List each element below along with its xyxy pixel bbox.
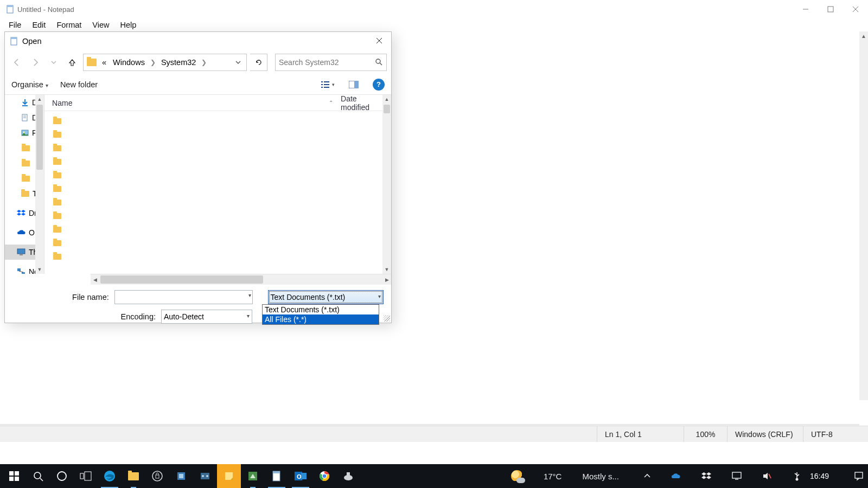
folder-icon xyxy=(53,118,61,124)
weather-widget[interactable]: 17°C Mostly s... xyxy=(507,464,623,488)
list-item[interactable] xyxy=(44,142,391,155)
tray-notifications-icon[interactable] xyxy=(838,468,864,484)
menu-file[interactable]: File xyxy=(3,20,27,30)
list-item[interactable] xyxy=(44,128,391,142)
scroll-right-icon[interactable]: ▶ xyxy=(382,275,391,284)
list-item[interactable] xyxy=(44,182,391,196)
file-list[interactable]: Name ⌃ Date modified ▲▼ xyxy=(44,95,391,274)
breadcrumb-windows[interactable]: Windows xyxy=(111,58,147,67)
cortana-button[interactable] xyxy=(50,464,74,488)
list-item[interactable] xyxy=(44,209,391,223)
pictures-icon xyxy=(21,129,29,137)
chevron-right-icon[interactable]: ❯ xyxy=(149,59,157,66)
tray-usb-icon[interactable] xyxy=(776,468,801,484)
taskbar-app-generic3[interactable] xyxy=(241,464,265,488)
svg-rect-26 xyxy=(17,249,25,254)
scrollbar-thumb[interactable] xyxy=(384,105,390,113)
new-folder-button[interactable]: New folder xyxy=(60,80,98,89)
taskbar-app-notepad[interactable] xyxy=(265,464,289,488)
address-bar[interactable]: « Windows ❯ System32 ❯ xyxy=(83,54,247,71)
taskbar-app-stickynotes[interactable] xyxy=(217,464,241,488)
list-item[interactable] xyxy=(44,250,391,264)
titlebar: Untitled - Notepad xyxy=(0,0,868,18)
taskbar-app-outlook[interactable]: O xyxy=(289,464,312,488)
svg-rect-7 xyxy=(11,37,17,39)
scroll-up-icon[interactable]: ▲ xyxy=(859,31,868,40)
refresh-button[interactable] xyxy=(250,54,267,71)
start-button[interactable] xyxy=(2,464,26,488)
taskbar-app-generic4[interactable] xyxy=(336,464,360,488)
tray-display-icon[interactable] xyxy=(716,468,742,484)
nav-forward-button[interactable] xyxy=(28,55,43,70)
search-input[interactable]: Search System32 xyxy=(275,54,387,71)
filetype-select[interactable]: Text Documents (*.txt)▾ xyxy=(268,290,384,304)
dialog-icon xyxy=(9,36,19,46)
nav-recent-dropdown[interactable] xyxy=(46,55,61,70)
list-item[interactable] xyxy=(44,236,391,250)
tree-scrollbar[interactable]: ▲▼ xyxy=(35,95,44,274)
folder-icon xyxy=(53,159,61,165)
list-item[interactable] xyxy=(44,196,391,209)
svg-rect-34 xyxy=(15,477,19,481)
scroll-up-icon[interactable]: ▲ xyxy=(382,95,391,104)
menu-help[interactable]: Help xyxy=(114,20,142,30)
svg-point-10 xyxy=(376,59,380,63)
column-name[interactable]: Name xyxy=(44,99,209,107)
maximize-button[interactable] xyxy=(818,0,843,18)
taskbar-app-generic2[interactable] xyxy=(193,464,217,488)
taskview-button[interactable] xyxy=(74,464,98,488)
preview-pane-button[interactable] xyxy=(347,78,361,91)
tray-dropbox-icon[interactable] xyxy=(685,468,711,484)
filename-input[interactable]: ▾ xyxy=(114,290,253,304)
minimize-button[interactable] xyxy=(793,0,818,18)
taskbar-app-secure[interactable] xyxy=(145,464,169,488)
scrollbar-thumb[interactable] xyxy=(36,105,43,170)
onedrive-icon xyxy=(17,228,25,237)
list-item[interactable] xyxy=(44,114,391,128)
list-vertical-scrollbar[interactable]: ▲▼ xyxy=(382,95,391,274)
weather-icon xyxy=(511,470,523,482)
navigation-tree[interactable]: Downloads📌 Documents📌 Pictures📌 TFT_eSPI… xyxy=(5,95,44,274)
nav-up-button[interactable] xyxy=(65,55,80,70)
list-header[interactable]: Name ⌃ Date modified xyxy=(44,95,391,111)
statusbar: Ln 1, Col 1 100% Windows (CRLF) UTF-8 xyxy=(0,426,868,442)
breadcrumb-system32[interactable]: System32 xyxy=(159,58,198,67)
list-item[interactable] xyxy=(44,223,391,236)
scroll-up-icon[interactable]: ▲ xyxy=(35,95,44,104)
dialog-close-button[interactable] xyxy=(367,32,391,49)
scrollbar-thumb[interactable] xyxy=(100,275,263,284)
taskbar-app-edge[interactable] xyxy=(98,464,122,488)
tray-overflow[interactable] xyxy=(628,468,650,484)
tray-volume-icon[interactable] xyxy=(746,468,772,484)
taskbar-app-explorer[interactable] xyxy=(122,464,145,488)
search-button[interactable] xyxy=(26,464,50,488)
scroll-left-icon[interactable]: ◀ xyxy=(91,275,99,284)
chevron-down-icon[interactable]: ▾ xyxy=(248,292,251,298)
view-mode-button[interactable]: ▾ xyxy=(321,78,335,91)
scroll-down-icon[interactable]: ▼ xyxy=(382,265,391,274)
close-button[interactable] xyxy=(843,0,868,18)
scroll-down-icon[interactable]: ▼ xyxy=(35,265,44,274)
taskbar-app-generic1[interactable] xyxy=(169,464,193,488)
editor-vertical-scrollbar[interactable]: ▲ xyxy=(859,31,868,400)
encoding-label: Encoding: xyxy=(12,312,156,321)
taskbar-app-chrome[interactable] xyxy=(312,464,336,488)
menu-edit[interactable]: Edit xyxy=(27,20,51,30)
svg-point-46 xyxy=(202,475,204,477)
help-button[interactable]: ? xyxy=(373,79,385,91)
filetype-option-txt[interactable]: Text Documents (*.txt) xyxy=(263,305,379,314)
chevron-right-icon[interactable]: ❯ xyxy=(200,59,208,66)
tray-onedrive-icon[interactable] xyxy=(655,468,681,484)
encoding-select[interactable]: Auto-Detect▾ xyxy=(161,310,252,324)
list-horizontal-scrollbar[interactable]: ◀ ▶ xyxy=(91,274,391,285)
nav-back-button[interactable] xyxy=(9,55,24,70)
list-item[interactable] xyxy=(44,155,391,169)
address-history-dropdown[interactable] xyxy=(232,54,244,70)
list-item[interactable] xyxy=(44,169,391,182)
resize-grip[interactable] xyxy=(384,315,390,322)
menu-format[interactable]: Format xyxy=(51,20,87,30)
filetype-option-all[interactable]: All Files (*.*) xyxy=(263,314,379,324)
menu-view[interactable]: View xyxy=(87,20,114,30)
organise-button[interactable]: Organise ▾ xyxy=(11,80,48,89)
tray-clock[interactable]: 16:49 xyxy=(806,472,833,480)
